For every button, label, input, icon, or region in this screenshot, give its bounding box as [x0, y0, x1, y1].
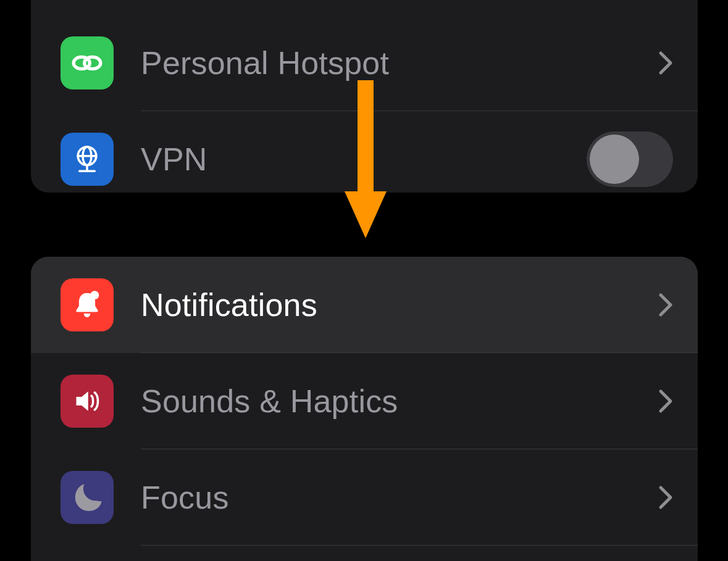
bell-badge-icon: [61, 278, 114, 331]
settings-row-personal-hotspot[interactable]: Personal Hotspot: [31, 15, 698, 111]
svg-point-7: [90, 291, 99, 299]
settings-row-label: Focus: [141, 479, 658, 516]
settings-row-vpn[interactable]: VPN: [31, 111, 698, 193]
toggle-knob: [590, 135, 639, 184]
svg-point-1: [85, 57, 101, 69]
settings-row-notifications[interactable]: Notifications: [31, 257, 698, 353]
chevron-right-icon: [658, 485, 673, 510]
settings-row-sounds-haptics[interactable]: Sounds & Haptics: [31, 353, 698, 449]
svg-marker-9: [345, 191, 387, 238]
settings-group-network: Personal Hotspot VPN: [31, 0, 698, 193]
settings-row-label: Sounds & Haptics: [141, 383, 658, 420]
settings-row-label: Personal Hotspot: [141, 44, 658, 81]
settings-row-label: Notifications: [141, 286, 658, 323]
speaker-wave-icon: [61, 375, 114, 428]
chevron-right-icon: [658, 51, 673, 75]
settings-group-alerts: Notifications Sounds & Haptics Focus: [31, 257, 698, 561]
settings-row-focus[interactable]: Focus: [31, 449, 698, 546]
globe-stand-icon: [61, 133, 114, 186]
settings-row-hidden-next: [31, 546, 698, 561]
moon-icon: [61, 471, 114, 524]
chevron-right-icon: [658, 389, 673, 413]
vpn-toggle[interactable]: [587, 131, 673, 187]
chevron-right-icon: [658, 293, 673, 317]
link-chain-icon: [61, 36, 114, 89]
settings-row-label: VPN: [141, 141, 587, 178]
